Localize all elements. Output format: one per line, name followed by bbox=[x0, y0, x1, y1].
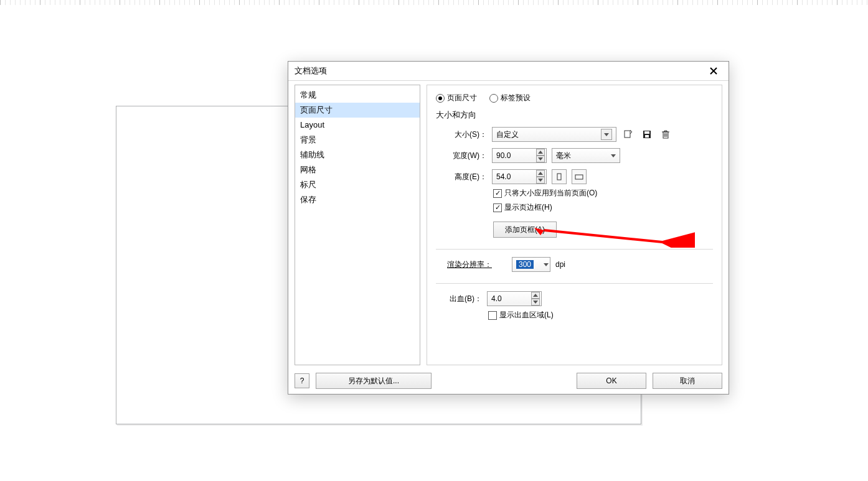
width-value: 90.0 bbox=[496, 151, 511, 160]
dropdown-arrow-icon bbox=[544, 263, 549, 266]
size-field: 大小(S)： 自定义 bbox=[452, 127, 713, 142]
bleed-input[interactable]: 4.0 bbox=[487, 291, 542, 306]
dialog-title: 文档选项 bbox=[295, 65, 327, 77]
render-res-value: 300 bbox=[516, 260, 534, 269]
svg-rect-3 bbox=[645, 135, 649, 138]
save-defaults-label: 另存为默认值... bbox=[348, 376, 399, 386]
check-show-page-border-label: 显示页边框(H) bbox=[504, 202, 552, 213]
check-show-page-border[interactable]: 显示页边框(H) bbox=[436, 202, 713, 213]
radio-label-presets[interactable]: 标签预设 bbox=[489, 93, 531, 103]
radio-page-size-label: 页面尺寸 bbox=[447, 93, 477, 103]
width-label: 宽度(W)： bbox=[452, 151, 487, 161]
radio-page-size[interactable]: 页面尺寸 bbox=[436, 93, 477, 103]
svg-rect-5 bbox=[557, 174, 561, 180]
render-res-input[interactable]: 300 bbox=[512, 257, 550, 272]
bleed-spin[interactable] bbox=[531, 292, 540, 306]
separator bbox=[436, 283, 713, 284]
svg-rect-6 bbox=[575, 175, 583, 179]
category-guidelines[interactable]: 辅助线 bbox=[295, 147, 420, 162]
cancel-label: 取消 bbox=[680, 376, 695, 386]
help-label: ? bbox=[300, 376, 304, 385]
save-icon bbox=[643, 130, 651, 139]
spin-up-icon bbox=[536, 149, 545, 156]
ok-label: OK bbox=[606, 376, 616, 385]
check-show-bleed[interactable]: 显示出血区域(L) bbox=[436, 310, 713, 320]
help-button[interactable]: ? bbox=[295, 373, 309, 388]
category-grid[interactable]: 网格 bbox=[295, 162, 420, 177]
category-general[interactable]: 常规 bbox=[295, 88, 420, 103]
mode-radios: 页面尺寸 标签预设 bbox=[436, 93, 713, 103]
category-background[interactable]: 背景 bbox=[295, 133, 420, 147]
render-res-unit: dpi bbox=[555, 260, 565, 269]
spin-down-icon bbox=[536, 177, 545, 184]
category-page-size[interactable]: 页面尺寸 bbox=[295, 103, 420, 118]
radio-label-presets-indicator bbox=[489, 94, 498, 103]
dropdown-arrow-icon bbox=[611, 154, 616, 157]
section-size-orientation: 大小和方向 bbox=[436, 110, 713, 121]
check-show-bleed-label: 显示出血区域(L) bbox=[499, 310, 554, 320]
size-label: 大小(S)： bbox=[452, 129, 487, 140]
checkbox-indicator bbox=[488, 311, 497, 320]
spin-down-icon bbox=[531, 299, 540, 306]
portrait-icon bbox=[554, 173, 564, 180]
bleed-field: 出血(B)： 4.0 bbox=[447, 291, 713, 306]
separator bbox=[436, 249, 713, 250]
checkbox-indicator bbox=[493, 203, 502, 212]
svg-rect-2 bbox=[644, 131, 649, 134]
add-page-frame-button[interactable]: 添加页框(A) bbox=[493, 222, 557, 238]
height-input[interactable]: 54.0 bbox=[492, 169, 547, 184]
width-spin[interactable] bbox=[536, 149, 545, 162]
orientation-landscape[interactable] bbox=[572, 169, 587, 184]
close-icon bbox=[709, 67, 718, 75]
svg-rect-0 bbox=[625, 131, 630, 138]
render-res-label: 渲染分辨率： bbox=[447, 259, 492, 270]
landscape-icon bbox=[574, 173, 584, 180]
height-label: 高度(E)： bbox=[452, 172, 487, 182]
height-field: 高度(E)： 54.0 bbox=[452, 169, 713, 184]
height-value: 54.0 bbox=[496, 172, 511, 181]
height-spin[interactable] bbox=[536, 170, 545, 184]
unit-value: 毫米 bbox=[556, 151, 571, 161]
ok-button[interactable]: OK bbox=[577, 373, 646, 389]
check-apply-current-label: 只将大小应用到当前页面(O) bbox=[504, 188, 597, 198]
save-preset-button[interactable] bbox=[640, 128, 654, 141]
trash-icon bbox=[661, 129, 670, 139]
render-res-field: 渲染分辨率： 300 dpi bbox=[447, 257, 713, 272]
radio-label-presets-label: 标签预设 bbox=[501, 93, 531, 103]
dialog-body: 常规 页面尺寸 Layout 背景 辅助线 网格 标尺 保存 页面尺寸 标签预设 bbox=[288, 81, 729, 368]
page-size-pane: 页面尺寸 标签预设 大小和方向 大小(S)： 自定义 bbox=[427, 85, 722, 365]
ruler-ticks-major bbox=[0, 0, 868, 5]
width-field: 宽度(W)： 90.0 毫米 bbox=[452, 148, 713, 163]
add-page-frame-label: 添加页框(A) bbox=[505, 225, 545, 235]
delete-preset-button[interactable] bbox=[659, 128, 672, 141]
unit-select[interactable]: 毫米 bbox=[552, 148, 620, 163]
page-preset-edit-button[interactable] bbox=[621, 128, 635, 141]
spin-up-icon bbox=[531, 292, 540, 299]
dropdown-arrow-icon bbox=[601, 129, 612, 140]
dialog-titlebar: 文档选项 bbox=[288, 62, 729, 81]
close-button[interactable] bbox=[702, 64, 725, 78]
checkbox-indicator bbox=[493, 189, 502, 198]
check-apply-current[interactable]: 只将大小应用到当前页面(O) bbox=[436, 188, 713, 198]
preset-icon bbox=[623, 129, 633, 139]
size-select[interactable]: 自定义 bbox=[492, 127, 616, 142]
radio-page-size-indicator bbox=[436, 94, 445, 103]
bleed-label: 出血(B)： bbox=[447, 294, 482, 304]
orientation-portrait[interactable] bbox=[552, 169, 567, 184]
category-save[interactable]: 保存 bbox=[295, 192, 420, 207]
bleed-value: 4.0 bbox=[491, 294, 502, 303]
cancel-button[interactable]: 取消 bbox=[653, 373, 722, 389]
dialog-footer: ? 另存为默认值... OK 取消 bbox=[288, 368, 729, 394]
category-list: 常规 页面尺寸 Layout 背景 辅助线 网格 标尺 保存 bbox=[295, 85, 420, 365]
size-value: 自定义 bbox=[496, 129, 519, 140]
spin-up-icon bbox=[536, 170, 545, 177]
category-rulers[interactable]: 标尺 bbox=[295, 177, 420, 192]
document-options-dialog: 文档选项 常规 页面尺寸 Layout 背景 辅助线 网格 标尺 保存 页 bbox=[288, 61, 729, 395]
spin-down-icon bbox=[536, 156, 545, 162]
width-input[interactable]: 90.0 bbox=[492, 148, 547, 163]
category-layout[interactable]: Layout bbox=[295, 118, 420, 133]
save-defaults-button[interactable]: 另存为默认值... bbox=[316, 373, 432, 389]
